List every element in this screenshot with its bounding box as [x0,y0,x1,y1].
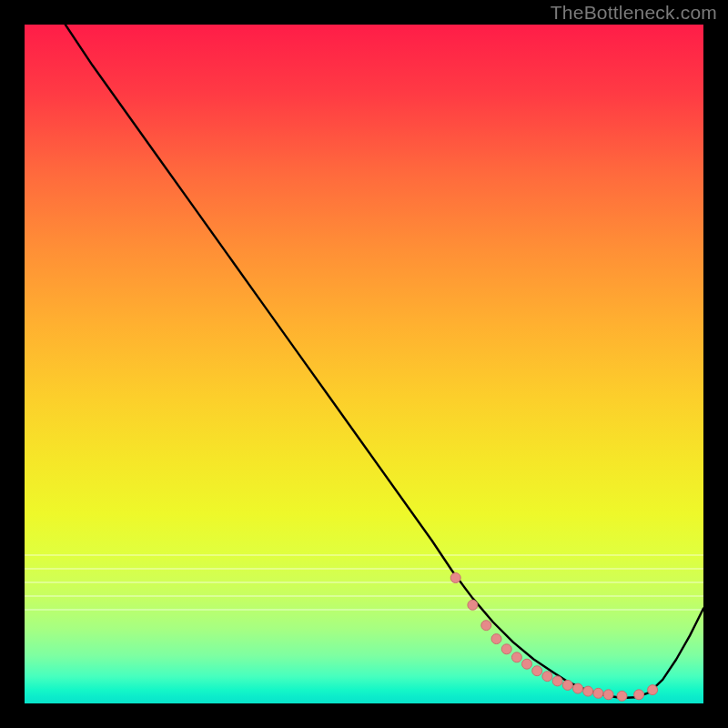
highlight-dot [468,600,478,610]
curve-layer [25,25,703,703]
chart-stage: TheBottleneck.com [0,0,728,728]
highlight-dot [593,688,603,698]
highlight-dot [634,690,644,700]
highlight-dot [491,634,501,644]
highlight-dot [617,691,627,701]
bottleneck-curve [66,25,703,698]
highlight-dot [583,686,593,696]
highlight-dot [511,652,521,662]
highlight-dot [573,683,583,693]
highlight-dot [522,659,532,669]
plot-area [25,25,703,703]
watermark-text: TheBottleneck.com [551,2,717,24]
highlight-dot [532,666,542,676]
highlight-dot [542,672,552,682]
highlight-dot [562,680,572,690]
highlight-dot [552,676,562,686]
highlight-dot [481,621,491,631]
highlight-dot [450,573,460,583]
highlight-dot [603,690,613,700]
highlight-dot [501,644,511,654]
highlight-dot [648,685,658,695]
